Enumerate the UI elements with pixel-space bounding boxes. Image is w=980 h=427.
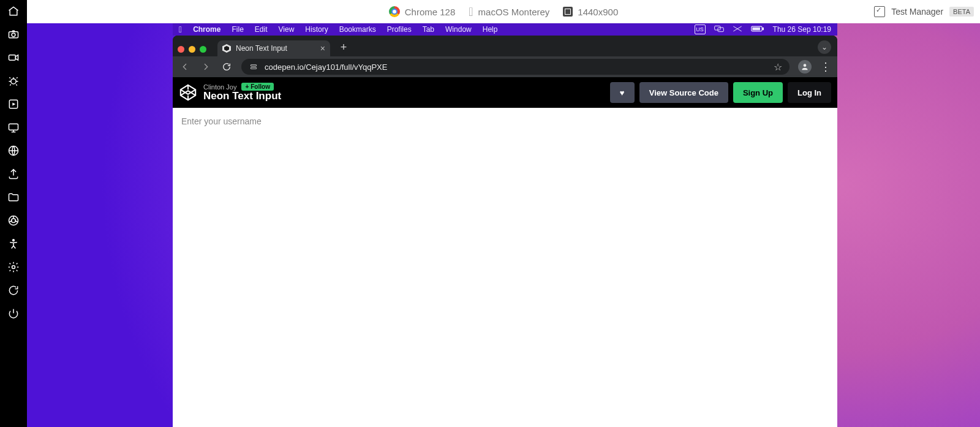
svg-rect-2 xyxy=(9,55,16,60)
tab-close-icon[interactable]: × xyxy=(320,43,325,53)
menu-bookmarks[interactable]: Bookmarks xyxy=(339,25,376,34)
settings-icon[interactable] xyxy=(6,260,21,274)
reload-button[interactable] xyxy=(221,61,233,73)
pen-author[interactable]: Clinton Joy xyxy=(203,83,236,91)
remote-desktop[interactable]:  Chrome File Edit View History Bookmark… xyxy=(27,23,980,427)
beta-badge: BETA xyxy=(949,7,974,17)
menu-window[interactable]: Window xyxy=(445,25,472,34)
camera-icon[interactable] xyxy=(6,27,21,42)
svg-rect-12 xyxy=(718,28,723,32)
svg-rect-17 xyxy=(251,67,256,69)
site-info-icon[interactable] xyxy=(249,62,258,72)
battery-icon[interactable] xyxy=(751,25,764,34)
accessibility-icon[interactable] xyxy=(6,236,21,251)
resolution-icon xyxy=(563,7,573,17)
left-toolbar xyxy=(0,0,27,427)
bug-icon[interactable] xyxy=(6,74,21,88)
resolution-label: 1440x900 xyxy=(578,7,618,17)
view-source-button[interactable]: View Source Code xyxy=(639,82,728,103)
test-manager-icon xyxy=(874,6,885,17)
apple-menu-icon[interactable]:  xyxy=(179,25,182,34)
menu-edit[interactable]: Edit xyxy=(255,25,268,34)
username-input[interactable] xyxy=(173,108,435,135)
mac-menubar:  Chrome File Edit View History Bookmark… xyxy=(173,23,837,36)
screen-share-icon[interactable] xyxy=(6,120,21,135)
menu-app[interactable]: Chrome xyxy=(193,25,221,34)
svg-rect-11 xyxy=(714,26,720,30)
chrome-menu-button[interactable]: ⋮ xyxy=(820,60,831,74)
globe-icon[interactable] xyxy=(6,143,21,158)
menu-help[interactable]: Help xyxy=(483,25,498,34)
log-in-button[interactable]: Log In xyxy=(788,82,831,103)
address-bar: codepen.io/Cejay101/full/vYqqPXE ☆ ⋮ xyxy=(173,56,837,77)
sign-up-button[interactable]: Sign Up xyxy=(733,82,783,103)
svg-rect-16 xyxy=(251,65,256,66)
svg-point-8 xyxy=(12,219,16,223)
svg-point-1 xyxy=(12,33,15,37)
pen-output xyxy=(173,108,837,427)
browser-chip: Chrome 128 xyxy=(389,6,456,17)
play-square-icon[interactable] xyxy=(6,97,21,111)
heart-icon: ♥ xyxy=(620,88,625,97)
menu-tab[interactable]: Tab xyxy=(423,25,434,34)
profile-button[interactable] xyxy=(798,60,812,74)
svg-rect-14 xyxy=(762,28,763,29)
menubar-clock[interactable]: Thu 26 Sep 10:19 xyxy=(773,25,831,34)
input-source-icon[interactable]: US xyxy=(695,25,706,34)
test-manager-link[interactable]: Test Manager xyxy=(891,7,943,17)
home-icon[interactable] xyxy=(6,4,21,18)
folder-icon[interactable] xyxy=(6,190,21,205)
tab-title: Neon Text Input xyxy=(236,44,287,53)
upload-icon[interactable] xyxy=(6,167,21,181)
power-icon[interactable] xyxy=(6,306,21,321)
omnibox[interactable]: codepen.io/Cejay101/full/vYqqPXE ☆ xyxy=(241,59,790,75)
bookmark-star-icon[interactable]: ☆ xyxy=(774,61,782,73)
codepen-logo-icon[interactable] xyxy=(179,83,197,102)
plus-icon: + xyxy=(245,83,249,90)
chrome-icon xyxy=(389,6,400,17)
menu-file[interactable]: File xyxy=(232,25,243,34)
url-text: codepen.io/Cejay101/full/vYqqPXE xyxy=(265,62,767,72)
control-center-icon[interactable] xyxy=(714,25,724,34)
codepen-header: Clinton Joy +Follow Neon Text Input ♥ Vi… xyxy=(173,77,837,108)
back-button[interactable] xyxy=(179,61,191,73)
svg-point-10 xyxy=(12,266,15,269)
close-window-button[interactable] xyxy=(178,46,184,53)
fullscreen-window-button[interactable] xyxy=(200,46,206,53)
tab-list-button[interactable]: ⌄ xyxy=(818,40,831,54)
browser-tab[interactable]: Neon Text Input × xyxy=(217,40,330,56)
svg-point-18 xyxy=(804,64,807,67)
love-button[interactable]: ♥ xyxy=(610,82,635,103)
display-icon[interactable] xyxy=(733,25,742,34)
chrome-window: Neon Text Input × + ⌄ codepen.io/Cejay10… xyxy=(173,36,837,427)
apple-icon:  xyxy=(469,6,473,18)
svg-point-3 xyxy=(11,79,16,84)
menu-view[interactable]: View xyxy=(279,25,295,34)
minimize-window-button[interactable] xyxy=(189,46,195,53)
os-label: macOS Monterey xyxy=(478,7,550,17)
menu-history[interactable]: History xyxy=(305,25,328,34)
svg-point-9 xyxy=(13,240,15,241)
svg-rect-5 xyxy=(9,124,18,130)
os-chip:  macOS Monterey xyxy=(469,6,549,18)
browserstack-header: Chrome 128  macOS Monterey 1440x900 Tes… xyxy=(27,0,980,23)
resolution-chip: 1440x900 xyxy=(563,7,618,17)
refresh-icon[interactable] xyxy=(6,283,21,298)
svg-rect-15 xyxy=(752,27,760,30)
pen-title: Neon Text Input xyxy=(203,91,281,102)
tab-strip: Neon Text Input × + ⌄ xyxy=(173,36,837,56)
browser-label: Chrome 128 xyxy=(405,7,456,17)
video-icon[interactable] xyxy=(6,50,21,65)
menu-profiles[interactable]: Profiles xyxy=(387,25,412,34)
window-controls xyxy=(178,46,206,53)
codepen-favicon-icon xyxy=(222,44,231,53)
new-tab-button[interactable]: + xyxy=(336,41,351,54)
chrome-outline-icon[interactable] xyxy=(6,213,21,228)
forward-button[interactable] xyxy=(200,61,212,73)
